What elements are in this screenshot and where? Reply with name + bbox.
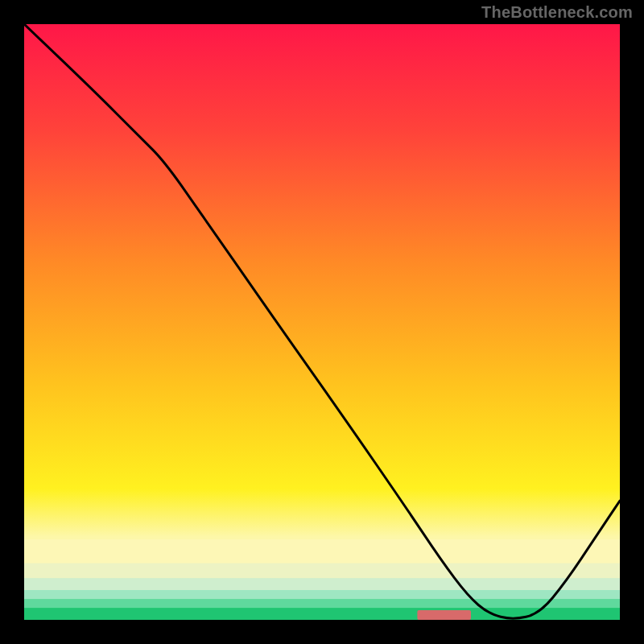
chart-container: TheBottleneck.com <box>0 0 644 644</box>
gradient-band <box>24 590 620 599</box>
gradient-band <box>24 539 620 564</box>
gradient-band <box>24 599 620 608</box>
gradient-band <box>24 578 620 590</box>
watermark-text: TheBottleneck.com <box>481 3 633 22</box>
plot-area <box>24 24 620 620</box>
gradient-background <box>24 24 620 620</box>
gradient-band <box>24 564 620 579</box>
chart-svg <box>24 24 620 620</box>
gradient-band <box>24 608 620 620</box>
optimal-range-marker <box>417 610 471 620</box>
